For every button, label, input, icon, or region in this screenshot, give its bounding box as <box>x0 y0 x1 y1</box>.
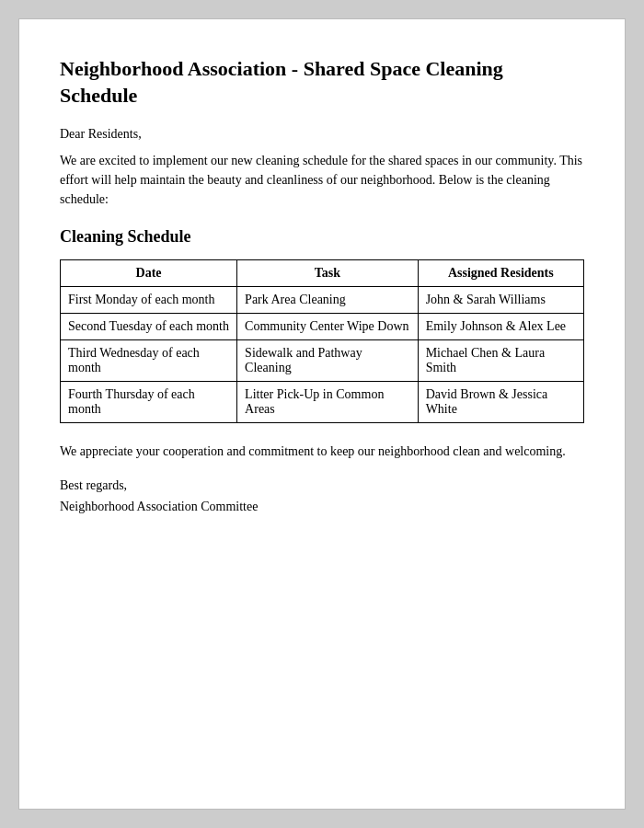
table-header-row: Date Task Assigned Residents <box>61 260 584 287</box>
table-row: Second Tuesday of each monthCommunity Ce… <box>61 314 584 340</box>
table-row: Fourth Thursday of each monthLitter Pick… <box>61 382 584 423</box>
table-cell-date: Fourth Thursday of each month <box>61 382 237 423</box>
cleaning-schedule-table: Date Task Assigned Residents First Monda… <box>60 259 584 423</box>
table-cell-residents: David Brown & Jessica White <box>418 382 583 423</box>
table-cell-task: Sidewalk and Pathway Cleaning <box>237 340 419 382</box>
table-cell-date: Third Wednesday of each month <box>61 340 237 382</box>
col-header-residents: Assigned Residents <box>418 260 583 287</box>
table-cell-date: Second Tuesday of each month <box>61 314 237 340</box>
greeting-text: Dear Residents, <box>60 127 584 142</box>
page-title: Neighborhood Association - Shared Space … <box>60 56 584 109</box>
closing-text: We appreciate your cooperation and commi… <box>60 442 584 461</box>
table-cell-residents: Emily Johnson & Alex Lee <box>418 314 583 340</box>
table-cell-date: First Monday of each month <box>61 287 237 314</box>
sign-off-line2: Neighborhood Association Committee <box>60 497 584 517</box>
table-cell-residents: Michael Chen & Laura Smith <box>418 340 583 382</box>
table-cell-residents: John & Sarah Williams <box>418 287 583 314</box>
col-header-task: Task <box>237 260 419 287</box>
table-cell-task: Litter Pick-Up in Common Areas <box>237 382 419 423</box>
sign-off: Best regards, Neighborhood Association C… <box>60 476 584 517</box>
section-title: Cleaning Schedule <box>60 227 584 247</box>
page: Neighborhood Association - Shared Space … <box>18 18 626 810</box>
table-cell-task: Park Area Cleaning <box>237 287 419 314</box>
intro-text: We are excited to implement our new clea… <box>60 151 584 209</box>
table-row: First Monday of each monthPark Area Clea… <box>61 287 584 314</box>
table-cell-task: Community Center Wipe Down <box>237 314 419 340</box>
col-header-date: Date <box>61 260 237 287</box>
sign-off-line1: Best regards, <box>60 476 584 496</box>
table-row: Third Wednesday of each monthSidewalk an… <box>61 340 584 382</box>
